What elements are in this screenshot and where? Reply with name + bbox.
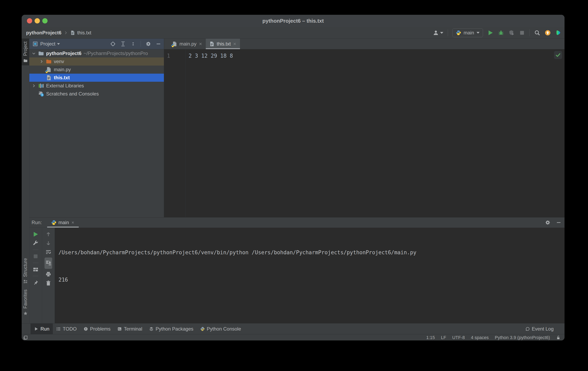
tool-window-problems[interactable]: Problems — [80, 323, 114, 334]
folder-icon — [23, 59, 28, 63]
up-stack-trace-icon — [45, 231, 51, 237]
console-line — [58, 303, 565, 312]
line-separator[interactable]: LF — [441, 335, 446, 340]
tree-row-main-py[interactable]: main.py — [29, 66, 164, 74]
chevron-right-icon[interactable] — [32, 83, 36, 88]
pin-icon[interactable] — [32, 279, 39, 286]
tree-row-external-libraries[interactable]: External Libraries — [29, 82, 164, 90]
tool-window-todo[interactable]: TODO — [53, 323, 80, 334]
stripe-structure-tab[interactable]: Structure — [22, 258, 29, 284]
tool-window-run[interactable]: Run — [31, 323, 53, 334]
tab-this-txt[interactable]: this.txt — [206, 39, 240, 49]
stripe-project-tab[interactable]: Project — [22, 39, 29, 65]
scroll-to-end-icon — [45, 260, 51, 266]
indent-style[interactable]: 4 spaces — [471, 335, 489, 340]
search-everywhere-button[interactable] — [534, 30, 540, 36]
tool-window-label: Run — [41, 326, 49, 332]
event-log-label: Event Log — [532, 326, 554, 332]
tree-row-project-root[interactable]: pythonProject6~/PycharmProjects/pythonPr… — [29, 49, 164, 57]
problems-icon — [84, 327, 88, 331]
todo-list-icon — [56, 327, 61, 331]
run-button[interactable] — [487, 30, 494, 36]
editor-tab-bar: main.py this.txt — [164, 39, 565, 49]
expand-all-button[interactable] — [120, 41, 126, 47]
run-tab-main[interactable]: main — [47, 217, 79, 227]
editor-line-1[interactable]: 2 3 12 29 18 8 — [186, 49, 233, 217]
locate-file-button[interactable] — [110, 41, 116, 47]
edit-configuration-icon[interactable] — [32, 240, 39, 246]
collapse-all-button[interactable] — [130, 41, 136, 47]
stripe-favorites-label: Favorites — [23, 289, 28, 309]
stripe-structure-label: Structure — [23, 258, 28, 277]
event-log-button[interactable]: Event Log — [523, 323, 560, 334]
stripe-favorites-tab[interactable]: Favorites — [22, 289, 29, 316]
debug-button[interactable] — [498, 30, 504, 36]
tree-row-scratches[interactable]: Scratches and Consoles — [29, 90, 164, 98]
tab-label: main.py — [179, 41, 197, 47]
tree-item-label: main.py — [54, 67, 71, 72]
update-available-icon[interactable] — [545, 30, 551, 36]
project-view-icon — [32, 41, 38, 47]
rerun-button[interactable] — [32, 231, 39, 237]
print-icon[interactable] — [45, 271, 51, 277]
inspections-widget[interactable] — [554, 51, 562, 59]
toolbar-separator — [448, 29, 448, 36]
unlocked-icon[interactable] — [556, 335, 560, 340]
tree-item-label: venv — [54, 59, 64, 64]
tree-item-label: this.txt — [54, 75, 70, 81]
hide-panel-button[interactable] — [156, 41, 161, 47]
scroll-to-end-toggle[interactable] — [44, 258, 52, 269]
console-line: /Users/bohdan/PycharmProjects/pythonProj… — [58, 248, 565, 257]
event-log-icon — [525, 327, 530, 331]
tree-row-this-txt[interactable]: this.txt — [29, 74, 164, 82]
tree-root-path: ~/PycharmProjects/pythonPro — [84, 51, 148, 56]
chevron-down-icon[interactable] — [32, 51, 36, 56]
text-file-icon — [70, 30, 75, 35]
stop-button — [519, 30, 525, 36]
python-logo-icon — [51, 220, 56, 225]
hide-panel-button[interactable] — [556, 220, 561, 225]
run-console-output[interactable]: /Users/bohdan/PycharmProjects/pythonProj… — [55, 228, 565, 323]
gear-icon[interactable] — [545, 220, 550, 225]
close-icon[interactable] — [71, 221, 75, 224]
gear-icon[interactable] — [146, 41, 151, 47]
tool-window-python-packages[interactable]: Python Packages — [146, 323, 197, 334]
file-encoding[interactable]: UTF-8 — [452, 335, 465, 340]
chevron-down-icon — [476, 31, 480, 34]
code-with-me-button[interactable] — [433, 30, 443, 36]
project-panel-title[interactable]: Project — [40, 41, 55, 47]
caret-position[interactable]: 1:15 — [426, 335, 435, 340]
editor-body[interactable]: 1 2 3 12 29 18 8 — [164, 49, 565, 217]
stripe-project-label: Project — [23, 41, 28, 56]
tool-window-label: Terminal — [124, 326, 142, 332]
chevron-down-icon[interactable] — [57, 42, 60, 45]
tool-window-label: Python Console — [207, 326, 241, 332]
text-file-icon — [46, 75, 52, 81]
close-icon[interactable] — [199, 42, 202, 46]
tab-main-py[interactable]: main.py — [168, 39, 206, 49]
soft-wrap-icon[interactable] — [45, 249, 51, 255]
breadcrumb-file[interactable]: this.txt — [77, 30, 91, 36]
scratches-icon — [38, 91, 44, 97]
tool-window-label: Python Packages — [156, 326, 193, 332]
python-interpreter[interactable]: Python 3.9 (pythonProject6) — [495, 335, 550, 340]
editor-area: main.py this.txt — [164, 39, 565, 217]
title-bar: pythonProject6 – this.txt — [22, 15, 565, 27]
breadcrumb-project[interactable]: pythonProject6 — [26, 30, 62, 36]
close-icon[interactable] — [233, 42, 237, 46]
tree-row-venv[interactable]: venv — [29, 57, 164, 66]
run-configuration-selector[interactable]: main — [452, 28, 483, 37]
clear-console-icon[interactable] — [45, 280, 51, 286]
tool-window-python-console[interactable]: Python Console — [197, 323, 244, 334]
terminal-icon — [117, 327, 122, 331]
main-toolbar: pythonProject6 this.txt main — [22, 27, 565, 39]
console-line: 216 — [58, 275, 565, 284]
restore-layout-icon[interactable] — [32, 267, 39, 272]
project-tree: pythonProject6~/PycharmProjects/pythonPr… — [29, 49, 164, 217]
tool-window-switcher-icon[interactable] — [23, 335, 28, 340]
jetbrains-gem-icon[interactable] — [555, 30, 561, 36]
tool-window-terminal[interactable]: Terminal — [114, 323, 146, 334]
packages-icon — [149, 327, 154, 331]
run-tool-window: Run: main — [29, 217, 565, 323]
chevron-right-icon[interactable] — [39, 59, 44, 64]
